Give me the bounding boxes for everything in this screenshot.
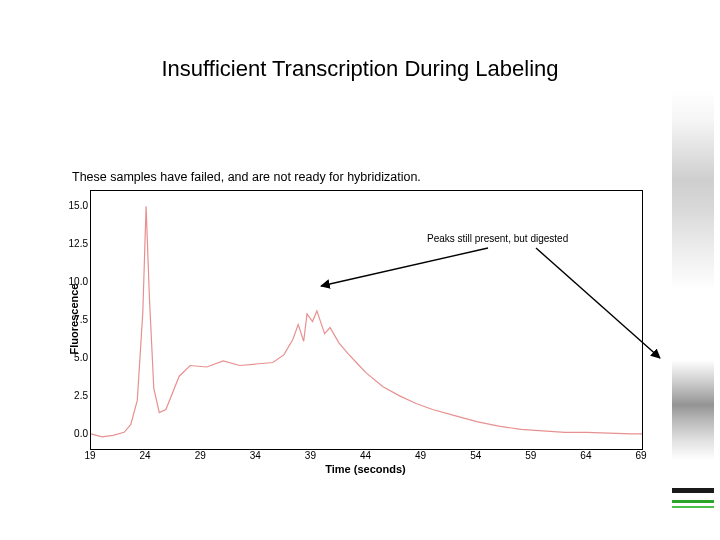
x-tick: 69 [635,450,646,461]
y-axis: 0.02.55.07.510.012.515.0 [55,190,88,448]
x-axis-label: Time (seconds) [90,463,641,475]
y-tick: 15.0 [69,200,88,211]
chart-area: Fluorescence 0.02.55.07.510.012.515.0 Ti… [55,190,641,478]
y-tick: 5.0 [74,351,88,362]
trace-svg [91,191,642,449]
slide-title: Insufficient Transcription During Labeli… [0,56,720,82]
gel-smear-upper [672,90,714,290]
x-tick: 19 [84,450,95,461]
y-tick: 7.5 [74,314,88,325]
y-tick: 10.0 [69,276,88,287]
slide-subtitle: These samples have failed, and are not r… [72,170,421,184]
x-tick: 49 [415,450,426,461]
x-tick: 24 [140,450,151,461]
gel-image-strip [666,0,720,540]
x-axis: Time (seconds) 1924293439444954596469 [90,448,641,478]
x-tick: 29 [195,450,206,461]
x-tick: 59 [525,450,536,461]
y-tick: 2.5 [74,389,88,400]
gel-band-green-light [672,506,714,508]
slide-container: Insufficient Transcription During Labeli… [0,0,720,540]
y-tick: 12.5 [69,238,88,249]
gel-band-green [672,500,714,503]
x-tick: 44 [360,450,371,461]
x-tick: 39 [305,450,316,461]
plot-box [90,190,643,450]
sample-trace-line [91,206,642,437]
gel-smear-lower [672,360,714,460]
gel-band-dark [672,488,714,493]
y-tick: 0.0 [74,427,88,438]
x-tick: 54 [470,450,481,461]
x-tick: 64 [580,450,591,461]
x-tick: 34 [250,450,261,461]
